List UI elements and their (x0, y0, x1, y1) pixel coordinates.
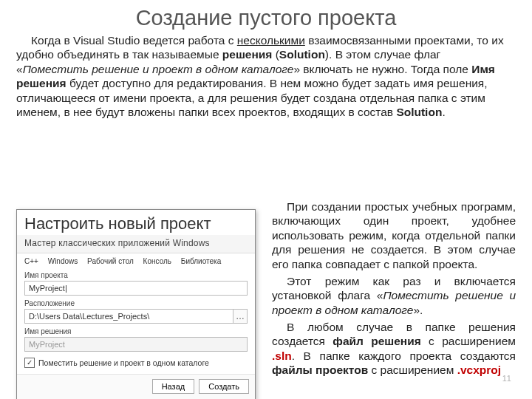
paragraph-1: Когда в Visual Studio ведется работа с н… (16, 33, 516, 119)
location-input[interactable] (24, 309, 233, 324)
paragraph-r3: В любом случае в папке решения создается… (272, 320, 516, 378)
label-project-name: Имя проекта (24, 271, 248, 279)
page-number: 11 (502, 374, 511, 383)
right-column: При создании простых учебных программ, в… (272, 200, 516, 381)
paragraph-r1: При создании простых учебных программ, в… (272, 200, 516, 271)
project-name-input[interactable] (24, 281, 248, 296)
dialog-title: Настроить новый проект (17, 210, 255, 235)
solution-name-input (24, 337, 248, 352)
create-button[interactable]: Создать (199, 379, 249, 394)
label-solution-name: Имя решения (24, 327, 248, 335)
browse-button[interactable]: … (233, 309, 248, 324)
dialog-tags: C++ Windows Рабочий стол Консоль Библиот… (17, 253, 255, 269)
back-button[interactable]: Назад (152, 379, 195, 394)
same-folder-checkbox[interactable]: ✓ (24, 358, 35, 368)
new-project-dialog: Настроить новый проект Мастер классическ… (16, 209, 256, 399)
slide-title: Создание пустого проекта (16, 6, 516, 30)
same-folder-label: Поместить решение и проект в одном катал… (38, 358, 209, 367)
label-location: Расположение (24, 299, 248, 307)
paragraph-r2: Этот режим как раз и включается установк… (272, 274, 516, 317)
dialog-subtitle: Мастер классических приложений Windows (17, 235, 255, 253)
